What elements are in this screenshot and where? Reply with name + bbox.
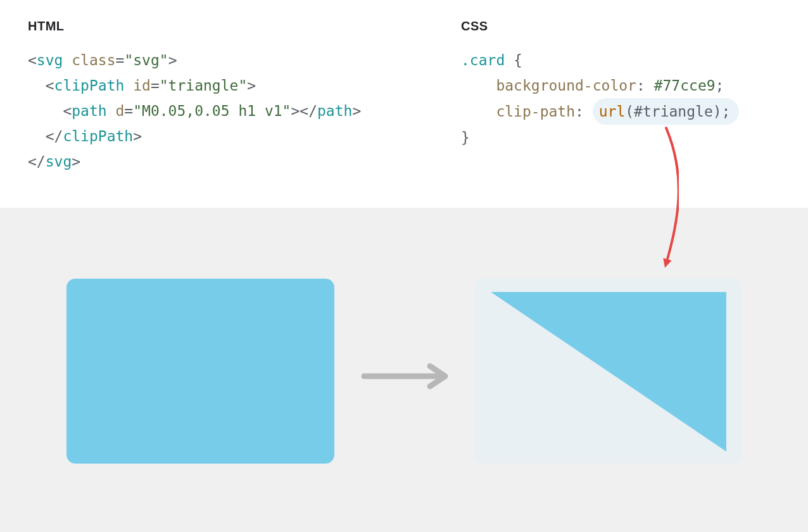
code-token: "svg" xyxy=(124,52,168,68)
css-code-block: .card { background-color: #77cce9; clip-… xyxy=(461,48,780,150)
code-token xyxy=(124,77,133,94)
code-token: class xyxy=(72,52,115,68)
arrow-right-icon xyxy=(360,362,452,390)
code-token: "triangle" xyxy=(160,77,247,94)
html-code-block: <svg class="svg"> <clipPath id="triangle… xyxy=(28,48,433,174)
code-token: ></ xyxy=(291,103,317,119)
code-token: = xyxy=(116,52,125,68)
css-code-column: CSS .card { background-color: #77cce9; c… xyxy=(461,0,808,208)
code-token: d xyxy=(116,103,125,119)
code-token: path xyxy=(317,103,352,119)
code-token xyxy=(461,103,496,120)
code-token: #77cce9 xyxy=(654,77,716,94)
css-label: CSS xyxy=(461,19,780,34)
code-token xyxy=(63,52,72,68)
code-token: clipPath xyxy=(54,77,125,94)
code-token: (#triangle); xyxy=(625,103,730,120)
code-token: url xyxy=(599,103,626,120)
code-token: clipPath xyxy=(63,128,133,144)
tutorial-figure: HTML <svg class="svg"> <clipPath id="tri… xyxy=(0,0,808,532)
code-token: ; xyxy=(716,77,724,94)
code-token: = xyxy=(124,103,133,119)
code-token: { xyxy=(514,52,522,68)
code-token: "M0.05,0.05 h1 v1" xyxy=(133,103,291,119)
code-token: id xyxy=(133,77,151,94)
code-token: .card xyxy=(461,52,505,68)
card-before xyxy=(66,279,334,464)
code-token: < xyxy=(63,103,72,119)
highlighted-value: url(#triangle); xyxy=(593,98,740,125)
demo-area xyxy=(0,208,808,532)
code-token: : xyxy=(575,103,593,120)
code-token xyxy=(28,77,46,94)
code-token: background-color xyxy=(496,77,636,94)
code-token: > xyxy=(133,128,142,144)
code-token: clip-path xyxy=(496,103,575,120)
code-token xyxy=(107,103,116,119)
code-token: </ xyxy=(46,128,63,144)
html-label: HTML xyxy=(28,19,433,34)
code-token: > xyxy=(72,153,80,170)
code-token xyxy=(461,77,496,94)
code-token: > xyxy=(247,77,256,94)
code-token: </ xyxy=(28,153,46,170)
code-token: > xyxy=(168,52,177,68)
code-token: svg xyxy=(37,52,63,68)
code-token xyxy=(505,52,514,68)
html-code-column: HTML <svg class="svg"> <clipPath id="tri… xyxy=(0,0,461,208)
code-token: } xyxy=(461,129,470,146)
code-token: = xyxy=(151,77,160,94)
code-token: < xyxy=(28,52,37,68)
code-token: svg xyxy=(46,153,72,170)
code-token xyxy=(28,103,63,119)
code-token: < xyxy=(46,77,54,94)
code-area: HTML <svg class="svg"> <clipPath id="tri… xyxy=(0,0,808,208)
code-token: > xyxy=(352,103,361,119)
code-token: : xyxy=(636,77,654,94)
code-token xyxy=(28,128,46,144)
code-token: path xyxy=(72,103,106,119)
